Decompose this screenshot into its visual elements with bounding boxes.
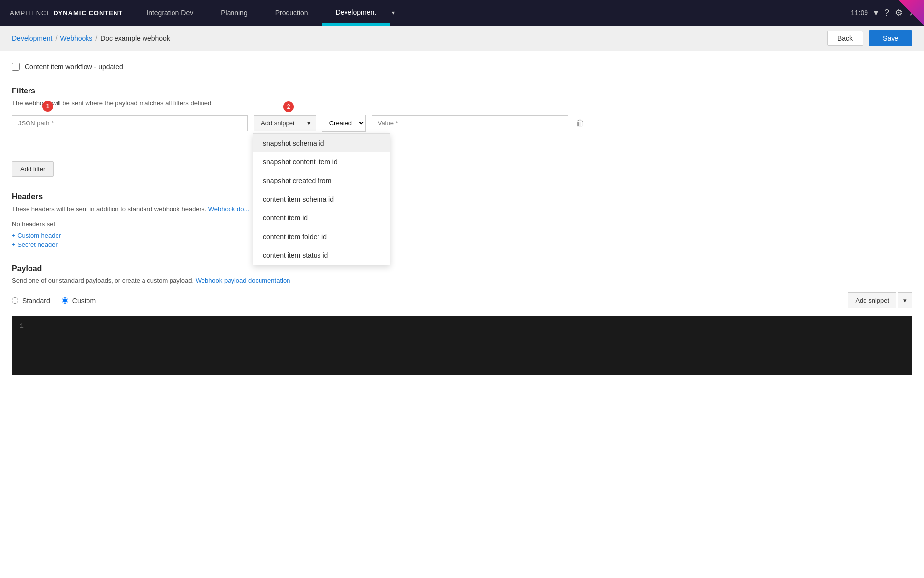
snippet-item-snapshot-schema-id[interactable]: snapshot schema id xyxy=(253,134,390,152)
snippet-item-content-item-id[interactable]: content item id xyxy=(253,209,390,227)
brand-amplience: AMPLIENCE xyxy=(10,9,51,17)
headers-section: Headers These headers will be sent in ad… xyxy=(12,192,912,248)
settings-icon[interactable]: ⚙ xyxy=(895,7,903,18)
main-content: Content item workflow - updated Filters … xyxy=(0,51,924,578)
breadcrumb-bar: Development / Webhooks / Doc example web… xyxy=(0,26,924,51)
snippet-dropdown-menu: snapshot schema id snapshot content item… xyxy=(253,133,390,265)
breadcrumb-sep-2: / xyxy=(95,34,97,42)
top-navigation: Integration Dev Planning Production Deve… xyxy=(133,0,843,26)
line-numbers: 1 xyxy=(20,322,24,369)
payload-title: Payload xyxy=(12,264,912,273)
standard-label: Standard xyxy=(22,297,50,304)
custom-label: Custom xyxy=(72,297,96,304)
add-snippet-dropdown-arrow[interactable]: ▾ xyxy=(302,115,316,131)
snippet-item-snapshot-created-from[interactable]: snapshot created from xyxy=(253,171,390,190)
snippet-item-snapshot-content-item-id[interactable]: snapshot content item id xyxy=(253,152,390,171)
delete-filter-icon[interactable]: 🗑 xyxy=(574,116,587,130)
breadcrumb: Development / Webhooks / Doc example web… xyxy=(12,34,170,42)
code-editor[interactable]: 1 xyxy=(12,316,912,375)
breadcrumb-current: Doc example webhook xyxy=(100,34,170,42)
brand-area: AMPLIENCE DYNAMIC CONTENT xyxy=(0,0,133,26)
topbar-time: 11:09 xyxy=(851,9,868,17)
save-button[interactable]: Save xyxy=(869,30,912,46)
filters-description: The webhook will be sent where the paylo… xyxy=(12,99,912,107)
standard-radio-label[interactable]: Standard xyxy=(12,297,50,304)
brand-dynamic: DYNAMIC CONTENT xyxy=(53,9,123,17)
breadcrumb-webhooks[interactable]: Webhooks xyxy=(60,34,92,42)
standard-radio[interactable] xyxy=(12,297,18,304)
payload-description: Send one of our standard payloads, or cr… xyxy=(12,277,912,284)
badge-2: 2 xyxy=(283,101,294,112)
headers-description: These headers will be sent in addition t… xyxy=(12,205,912,213)
nav-item-production[interactable]: Production xyxy=(261,0,322,26)
badge-1: 1 xyxy=(42,101,53,112)
workflow-label: Content item workflow - updated xyxy=(25,63,123,71)
back-button[interactable]: Back xyxy=(827,31,863,46)
payload-options-row: Standard Custom Add snippet ▾ xyxy=(12,292,912,308)
headers-doc-link[interactable]: Webhook do... xyxy=(208,205,250,213)
snippet-item-content-item-schema-id[interactable]: content item schema id xyxy=(253,190,390,209)
custom-radio-label[interactable]: Custom xyxy=(62,297,96,304)
topbar-expand-icon[interactable]: ▾ xyxy=(874,7,878,18)
nav-item-planning[interactable]: Planning xyxy=(207,0,261,26)
nav-item-integration-dev[interactable]: Integration Dev xyxy=(133,0,207,26)
topbar: AMPLIENCE DYNAMIC CONTENT Integration De… xyxy=(0,0,924,26)
breadcrumb-sep-1: / xyxy=(56,34,58,42)
breadcrumb-actions: Back Save xyxy=(827,30,912,46)
payload-doc-link[interactable]: Webhook payload documentation xyxy=(196,277,290,284)
nav-item-development[interactable]: Development xyxy=(322,0,390,26)
snippet-item-content-item-status-id[interactable]: content item status id xyxy=(253,246,390,265)
payload-add-snippet-button[interactable]: Add snippet xyxy=(848,292,896,308)
workflow-checkbox[interactable] xyxy=(12,63,20,71)
breadcrumb-development[interactable]: Development xyxy=(12,34,53,42)
payload-section: Payload Send one of our standard payload… xyxy=(12,264,912,375)
add-snippet-button[interactable]: Add snippet xyxy=(254,115,302,131)
help-icon[interactable]: ? xyxy=(884,8,889,18)
custom-radio[interactable] xyxy=(62,297,68,304)
snippet-item-content-item-folder-id[interactable]: content item folder id xyxy=(253,227,390,246)
filters-title: Filters xyxy=(12,87,912,95)
filter-row: 1 2 Add snippet ▾ Created 🗑 snapshot sch… xyxy=(12,115,912,132)
operator-select[interactable]: Created xyxy=(322,115,366,132)
json-path-input[interactable] xyxy=(12,115,248,131)
add-filter-button[interactable]: Add filter xyxy=(12,161,54,177)
workflow-checkbox-row: Content item workflow - updated xyxy=(12,63,912,71)
add-secret-header-link[interactable]: + Secret header xyxy=(12,241,912,248)
add-custom-header-link[interactable]: + Custom header xyxy=(12,232,912,239)
value-input[interactable] xyxy=(372,115,568,131)
nav-dropdown-arrow[interactable]: ▾ xyxy=(392,9,395,16)
payload-snippet-wrap: Add snippet ▾ xyxy=(848,292,912,308)
payload-snippet-arrow[interactable]: ▾ xyxy=(898,292,912,308)
headers-title: Headers xyxy=(12,192,912,201)
code-content[interactable] xyxy=(31,322,904,369)
filters-section: Filters The webhook will be sent where t… xyxy=(12,87,912,177)
no-headers-label: No headers set xyxy=(12,220,912,228)
